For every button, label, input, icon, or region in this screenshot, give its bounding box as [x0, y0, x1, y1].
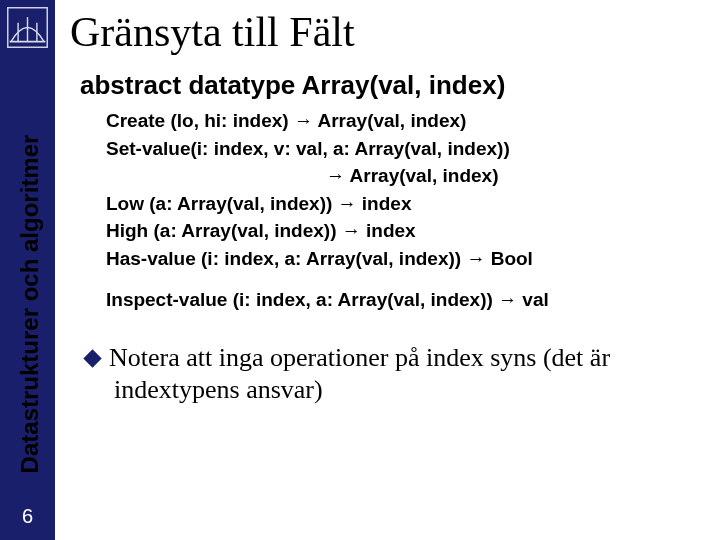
content-area: abstract datatype Array(val, index) Crea… — [80, 70, 700, 407]
note-lead: Notera — [109, 343, 180, 372]
university-logo — [4, 4, 51, 51]
adt-heading: abstract datatype Array(val, index) — [80, 70, 700, 101]
note-text: Notera att inga operationer på index syn… — [86, 342, 700, 407]
op-hasvalue: Has-value (i: index, a: Array(val, index… — [106, 245, 700, 273]
op-setvalue-line2: → Array(val, index) — [106, 162, 700, 190]
page-number: 6 — [0, 505, 55, 528]
op-low: Low (a: Array(val, index)) → index — [106, 190, 700, 218]
sidebar-course-label: Datastrukturer och algoritmer — [16, 94, 44, 514]
op-high: High (a: Array(val, index)) → index — [106, 217, 700, 245]
op-inspect: Inspect-value (i: index, a: Array(val, i… — [106, 286, 700, 314]
bullet-diamond-icon — [83, 349, 101, 367]
slide-title: Gränsyta till Fält — [70, 8, 355, 56]
op-setvalue-line1: Set-value(i: index, v: val, a: Array(val… — [106, 135, 700, 163]
operation-list: Create (lo, hi: index) → Array(val, inde… — [106, 107, 700, 314]
op-create: Create (lo, hi: index) → Array(val, inde… — [106, 107, 700, 135]
note-rest: att inga operationer på index syns (det … — [114, 343, 610, 405]
